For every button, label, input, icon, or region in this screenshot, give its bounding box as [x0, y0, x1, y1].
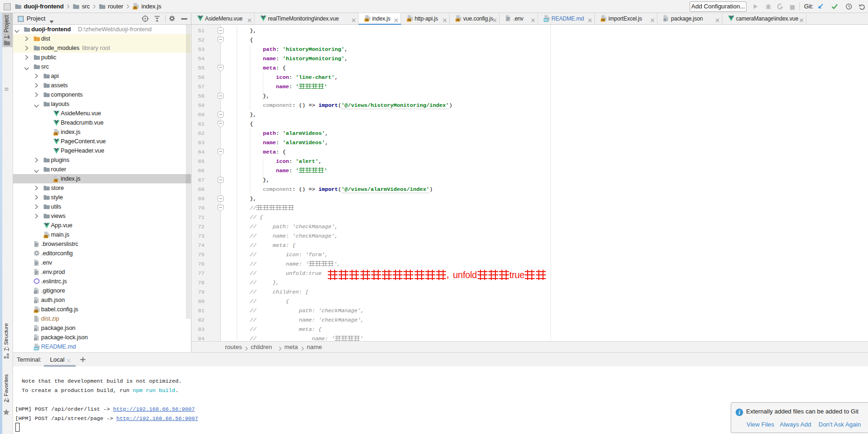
svg-text:JS: JS: [133, 6, 137, 9]
svg-text:JS: JS: [34, 309, 38, 313]
svg-text:JS: JS: [601, 18, 605, 21]
svg-text:{}: {}: [34, 300, 37, 303]
svg-text:JS: JS: [456, 18, 460, 21]
svg-text:{}: {}: [34, 328, 37, 331]
svg-text:JS: JS: [54, 132, 58, 135]
svg-text:{}: {}: [34, 337, 37, 341]
svg-text:JS: JS: [44, 235, 48, 238]
svg-text:JS: JS: [54, 179, 58, 182]
svg-text:MD: MD: [34, 347, 39, 350]
svg-text:{}: {}: [663, 18, 666, 21]
svg-text:JS: JS: [407, 18, 411, 21]
svg-text:MD: MD: [544, 18, 549, 21]
svg-text:JS: JS: [365, 18, 369, 21]
